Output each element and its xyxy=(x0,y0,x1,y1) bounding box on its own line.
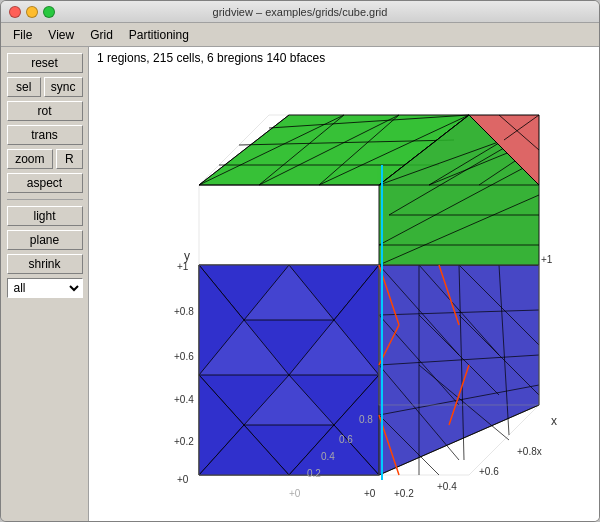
title-bar: gridview – examples/grids/cube.grid xyxy=(1,1,599,23)
svg-text:+0: +0 xyxy=(364,488,376,499)
aspect-button[interactable]: aspect xyxy=(7,173,83,193)
menu-partitioning[interactable]: Partitioning xyxy=(121,26,197,44)
status-bar: 1 regions, 215 cells, 6 bregions 140 bfa… xyxy=(89,47,599,69)
svg-text:+0.8x: +0.8x xyxy=(517,446,542,457)
rot-button[interactable]: rot xyxy=(7,101,83,121)
menu-bar: File View Grid Partitioning xyxy=(1,23,599,47)
svg-text:+0.6: +0.6 xyxy=(174,351,194,362)
svg-text:+1: +1 xyxy=(177,261,189,272)
close-button[interactable] xyxy=(9,6,21,18)
svg-text:+0.8: +0.8 xyxy=(174,306,194,317)
svg-text:+0: +0 xyxy=(177,474,189,485)
menu-view[interactable]: View xyxy=(40,26,82,44)
svg-text:+0.4: +0.4 xyxy=(437,481,457,492)
svg-text:+0.2: +0.2 xyxy=(174,436,194,447)
sidebar: reset sel sync rot trans zoom R aspect l… xyxy=(1,47,89,521)
r-button[interactable]: R xyxy=(56,149,82,169)
region-dropdown[interactable]: all region 1 region 2 xyxy=(7,278,83,298)
svg-text:0.8: 0.8 xyxy=(359,414,373,425)
zoom-button[interactable]: zoom xyxy=(7,149,54,169)
viewport[interactable]: y x +1 +0.8 +0.6 +0.4 +0.2 +0 +0 +0.2 +0… xyxy=(89,69,599,521)
window-title: gridview – examples/grids/cube.grid xyxy=(213,6,388,18)
svg-text:+1: +1 xyxy=(541,254,553,265)
main-window: gridview – examples/grids/cube.grid File… xyxy=(0,0,600,522)
window-controls xyxy=(9,6,55,18)
svg-text:x: x xyxy=(551,414,557,428)
svg-text:+0.4: +0.4 xyxy=(174,394,194,405)
3d-viewport: y x +1 +0.8 +0.6 +0.4 +0.2 +0 +0 +0.2 +0… xyxy=(89,69,599,521)
sync-button[interactable]: sync xyxy=(44,77,83,97)
sel-sync-row: sel sync xyxy=(7,77,83,97)
content-area: reset sel sync rot trans zoom R aspect l… xyxy=(1,47,599,521)
svg-text:0.4: 0.4 xyxy=(321,451,335,462)
dropdown-container: all region 1 region 2 xyxy=(7,278,83,298)
plane-button[interactable]: plane xyxy=(7,230,83,250)
svg-text:+0: +0 xyxy=(289,488,301,499)
svg-text:0.2: 0.2 xyxy=(307,468,321,479)
separator-1 xyxy=(7,199,83,200)
light-button[interactable]: light xyxy=(7,206,83,226)
status-text: 1 regions, 215 cells, 6 bregions 140 bfa… xyxy=(97,51,325,65)
reset-button[interactable]: reset xyxy=(7,53,83,73)
menu-file[interactable]: File xyxy=(5,26,40,44)
menu-grid[interactable]: Grid xyxy=(82,26,121,44)
maximize-button[interactable] xyxy=(43,6,55,18)
trans-button[interactable]: trans xyxy=(7,125,83,145)
zoom-row: zoom R xyxy=(7,149,83,169)
shrink-button[interactable]: shrink xyxy=(7,254,83,274)
main-area: 1 regions, 215 cells, 6 bregions 140 bfa… xyxy=(89,47,599,521)
svg-text:0.6: 0.6 xyxy=(339,434,353,445)
minimize-button[interactable] xyxy=(26,6,38,18)
svg-text:+0.2: +0.2 xyxy=(394,488,414,499)
sel-button[interactable]: sel xyxy=(7,77,41,97)
svg-text:+0.6: +0.6 xyxy=(479,466,499,477)
